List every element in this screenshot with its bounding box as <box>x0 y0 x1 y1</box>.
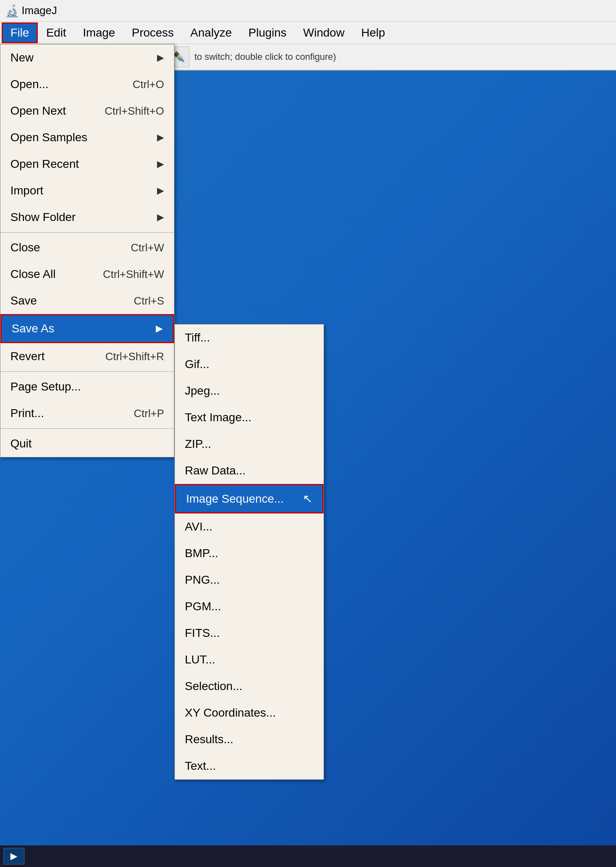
saveas-raw-data[interactable]: Raw Data... <box>175 457 324 484</box>
separator-3 <box>0 428 174 429</box>
submenu-arrow-recent: ▶ <box>157 159 164 169</box>
menu-item-print-label: Print... <box>10 407 44 420</box>
taskbar-start[interactable]: ▶ <box>3 848 25 865</box>
separator-2 <box>0 371 174 372</box>
menu-item-revert-shortcut: Ctrl+Shift+R <box>105 350 164 363</box>
saveas-text[interactable]: Text... <box>175 753 324 779</box>
saveas-image-sequence[interactable]: Image Sequence... ↖ <box>175 484 324 513</box>
menu-item-save-shortcut: Ctrl+S <box>134 295 164 307</box>
toolbar-hint: to switch; double click to configure) <box>194 52 336 62</box>
app-icon: 🔬 <box>5 4 18 17</box>
menu-plugins[interactable]: Plugins <box>240 23 295 43</box>
file-menu: New ▶ Open... Ctrl+O Open Next Ctrl+Shif… <box>0 44 174 457</box>
submenu-arrow-folder: ▶ <box>157 212 164 223</box>
menu-item-save[interactable]: Save Ctrl+S <box>0 287 174 314</box>
menu-item-close[interactable]: Close Ctrl+W <box>0 234 174 261</box>
menu-item-show-folder[interactable]: Show Folder ▶ <box>0 204 174 231</box>
menu-item-new-label: New <box>10 51 34 64</box>
saveas-png[interactable]: PNG... <box>175 567 324 593</box>
menu-item-close-all-label: Close All <box>10 268 56 281</box>
menu-item-quit-label: Quit <box>10 437 32 450</box>
saveas-gif[interactable]: Gif... <box>175 351 324 378</box>
menu-item-close-shortcut: Ctrl+W <box>131 241 164 254</box>
menu-item-print[interactable]: Print... Ctrl+P <box>0 400 174 427</box>
menu-item-show-folder-label: Show Folder <box>10 211 76 224</box>
saveas-results[interactable]: Results... <box>175 726 324 753</box>
saveas-fits[interactable]: FITS... <box>175 620 324 646</box>
saveas-zip[interactable]: ZIP... <box>175 431 324 457</box>
submenu-arrow-save-as: ▶ <box>156 323 163 334</box>
menu-item-close-all-shortcut: Ctrl+Shift+W <box>103 268 164 281</box>
saveas-text-image[interactable]: Text Image... <box>175 404 324 431</box>
menu-item-open-shortcut: Ctrl+O <box>133 78 164 91</box>
menu-process[interactable]: Process <box>123 23 182 43</box>
menu-item-open-next[interactable]: Open Next Ctrl+Shift+O <box>0 98 174 124</box>
menu-item-save-as-label: Save As <box>12 322 54 335</box>
menu-item-open-label: Open... <box>10 78 49 91</box>
submenu-arrow-samples: ▶ <box>157 132 164 143</box>
menu-item-save-as[interactable]: Save As ▶ <box>0 314 174 343</box>
app-title: ImageJ <box>22 4 57 17</box>
menu-item-quit[interactable]: Quit <box>0 430 174 457</box>
menu-item-close-label: Close <box>10 241 40 254</box>
menu-item-open[interactable]: Open... Ctrl+O <box>0 71 174 98</box>
menu-item-import-label: Import <box>10 184 43 197</box>
menu-image[interactable]: Image <box>74 23 123 43</box>
menu-bar: File Edit Image Process Analyze Plugins … <box>0 22 616 44</box>
menu-item-open-next-label: Open Next <box>10 104 66 118</box>
taskbar: ▶ <box>0 845 616 867</box>
cursor-indicator: ↖ <box>303 492 312 506</box>
menu-window[interactable]: Window <box>295 23 353 43</box>
saveas-lut[interactable]: LUT... <box>175 646 324 673</box>
menu-item-close-all[interactable]: Close All Ctrl+Shift+W <box>0 261 174 287</box>
menu-item-open-next-shortcut: Ctrl+Shift+O <box>105 105 164 118</box>
menu-edit[interactable]: Edit <box>38 23 74 43</box>
menu-item-print-shortcut: Ctrl+P <box>134 407 164 420</box>
menu-item-open-samples-label: Open Samples <box>10 131 87 144</box>
saveas-avi[interactable]: AVI... <box>175 513 324 540</box>
menu-item-page-setup[interactable]: Page Setup... <box>0 373 174 400</box>
menu-item-revert-label: Revert <box>10 350 44 363</box>
saveas-jpeg[interactable]: Jpeg... <box>175 378 324 404</box>
saveas-xy-coordinates[interactable]: XY Coordinates... <box>175 700 324 726</box>
saveas-bmp[interactable]: BMP... <box>175 540 324 567</box>
saveas-pgm[interactable]: PGM... <box>175 593 324 620</box>
menu-analyze[interactable]: Analyze <box>182 23 240 43</box>
menu-item-open-recent-label: Open Recent <box>10 157 79 171</box>
menu-item-new[interactable]: New ▶ <box>0 44 174 71</box>
menu-item-open-recent[interactable]: Open Recent ▶ <box>0 151 174 177</box>
menu-item-open-samples[interactable]: Open Samples ▶ <box>0 124 174 151</box>
menu-item-revert[interactable]: Revert Ctrl+Shift+R <box>0 343 174 370</box>
separator-1 <box>0 232 174 233</box>
saveas-tiff[interactable]: Tiff... <box>175 324 324 351</box>
submenu-arrow-new: ▶ <box>157 52 164 63</box>
menu-item-save-label: Save <box>10 294 37 307</box>
title-bar: 🔬 ImageJ <box>0 0 616 22</box>
menu-item-page-setup-label: Page Setup... <box>10 380 81 393</box>
menu-help[interactable]: Help <box>353 23 393 43</box>
menu-item-import[interactable]: Import ▶ <box>0 177 174 204</box>
menu-file[interactable]: File <box>2 22 38 43</box>
saveas-submenu: Tiff... Gif... Jpeg... Text Image... ZIP… <box>174 324 324 780</box>
saveas-selection[interactable]: Selection... <box>175 673 324 700</box>
submenu-arrow-import: ▶ <box>157 185 164 196</box>
